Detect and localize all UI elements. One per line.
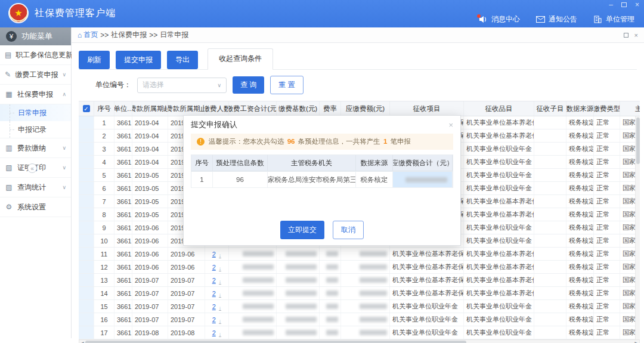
submit-now-button[interactable]: 立即提交 — [280, 221, 324, 239]
sidebar-subitem-日常申报[interactable]: 日常申报 — [0, 104, 71, 121]
breadcrumb-item[interactable]: 社保费申报 — [111, 30, 147, 40]
row-checkbox-cell[interactable] — [79, 169, 94, 181]
row-checkbox-cell[interactable] — [79, 261, 94, 273]
download-icon[interactable]: ↓ — [219, 332, 222, 337]
redacted-value — [326, 317, 338, 322]
unit-number-label: 单位编号： — [95, 80, 131, 90]
people-count-link[interactable]: 2 — [212, 251, 216, 258]
breadcrumb-home-link[interactable]: ⌂ 首页 — [78, 30, 98, 40]
select-all-checkbox[interactable]: ✓ — [83, 105, 90, 112]
refresh-button[interactable]: 刷新 — [79, 51, 110, 69]
submit-confirm-dialog: 提交申报确认 × ! 温馨提示：您本次共勾选 96 条预处理信息，一共将产生 1… — [183, 115, 461, 246]
redacted-value — [286, 277, 317, 283]
scroll-left-icon[interactable]: ◄ — [80, 340, 85, 343]
row-checkbox-cell[interactable] — [79, 208, 94, 221]
people-count-link[interactable]: 2 — [212, 303, 216, 310]
app-titlebar: – × ★ 社保费管理客户端 消息中心通知公告单位管理 — [0, 0, 644, 27]
cancel-button[interactable]: 取消 — [333, 221, 364, 239]
selected-count: 96 — [287, 138, 295, 145]
panel-maximize-icon[interactable] — [624, 32, 628, 39]
redacted-value — [360, 251, 387, 257]
sidebar-item-职工参保信息更新[interactable]: ▤职工参保信息更新 — [0, 45, 71, 65]
unit-number-select[interactable]: 请选择 ∨ — [137, 78, 227, 93]
row-checkbox-cell[interactable] — [79, 195, 94, 208]
warning-icon: ! — [197, 138, 205, 146]
row-checkbox-cell[interactable] — [79, 116, 94, 129]
table-row: 123661...2019-062019-062↓机关事业单位基本养老保险费机关… — [79, 261, 640, 274]
row-checkbox-cell[interactable] — [79, 300, 94, 313]
column-header-单位...: 单位... — [114, 101, 132, 116]
download-icon[interactable]: ↓ — [219, 319, 222, 324]
search-button[interactable]: 查 询 — [233, 76, 264, 94]
download-icon[interactable]: ↓ — [219, 279, 222, 285]
form-icon: ▦ — [5, 90, 13, 98]
sidebar-item-系统设置[interactable]: ⚙系统设置 — [0, 197, 71, 217]
sidebar-subitem-申报记录[interactable]: 申报记录 — [0, 121, 71, 138]
row-checkbox-cell[interactable] — [79, 248, 94, 260]
select-all-checkbox-cell[interactable]: ✓ — [79, 101, 94, 116]
export-button[interactable]: 导出 — [167, 51, 198, 69]
sidebar-item-查询统计[interactable]: ▨查询统计∨ — [0, 178, 71, 197]
download-icon[interactable]: ↓ — [219, 292, 222, 298]
row-checkbox-cell[interactable] — [79, 156, 94, 168]
people-count-link[interactable]: 2 — [212, 264, 216, 271]
row-checkbox-cell[interactable] — [79, 129, 94, 142]
people-count-link[interactable]: 2 — [212, 290, 216, 297]
topmenu-通知公告[interactable]: 通知公告 — [535, 14, 577, 24]
table-row: 163661...2019-072019-072↓机关事业单位职业年金机关事业单… — [79, 313, 640, 326]
redacted-value — [243, 251, 274, 257]
column-header-征收子目: 征收子目 — [534, 101, 566, 116]
gear-icon: ⚙ — [5, 203, 13, 211]
people-count-link[interactable]: 2 — [212, 329, 216, 336]
horizontal-scrollbar[interactable]: ◄ ► — [79, 339, 640, 343]
sidebar-collapse-button[interactable]: « — [27, 163, 37, 173]
download-icon[interactable]: ↓ — [219, 266, 222, 271]
row-checkbox-cell[interactable] — [79, 182, 94, 194]
menu-icon: ¥ — [6, 31, 17, 42]
row-checkbox-cell[interactable] — [79, 326, 94, 339]
dialog-column-预处理信息条数: 预处理信息条数 — [213, 155, 268, 171]
scrollbar-thumb[interactable] — [85, 341, 466, 343]
row-checkbox-cell[interactable] — [79, 313, 94, 326]
download-icon[interactable]: ↓ — [219, 253, 222, 258]
sidebar-item-缴费工资申报[interactable]: ✎缴费工资申报∨ — [0, 65, 71, 85]
row-checkbox-cell[interactable] — [79, 274, 94, 286]
column-header-缴费类型: 缴费类型 — [594, 101, 620, 116]
chevron-down-icon: ∨ — [217, 82, 221, 88]
sidebar-header-label: 功能菜单 — [21, 31, 52, 42]
stats-icon: ▨ — [5, 183, 13, 191]
row-checkbox-cell[interactable] — [79, 234, 94, 247]
reset-button[interactable]: 重 置 — [270, 76, 303, 94]
chevron-down-icon: ∨ — [62, 165, 66, 171]
redacted-value — [286, 317, 317, 322]
row-checkbox-cell[interactable] — [79, 287, 94, 299]
close-button[interactable]: × — [635, 1, 639, 8]
redacted-value — [326, 304, 338, 309]
restore-button[interactable] — [621, 1, 627, 8]
topmenu-单位管理[interactable]: 单位管理 — [593, 14, 634, 24]
people-count-link[interactable]: 2 — [212, 277, 216, 284]
row-checkbox-cell[interactable] — [79, 143, 94, 155]
edit-icon: ✎ — [5, 70, 11, 79]
vertical-scrollbar[interactable] — [635, 116, 640, 339]
redacted-value — [243, 330, 274, 335]
submit-declare-button[interactable]: 提交申报 — [116, 51, 161, 69]
app-title: 社保费管理客户端 — [35, 7, 116, 20]
sidebar-item-社保费申报[interactable]: ▦社保费申报∧ — [0, 85, 71, 104]
row-checkbox-cell[interactable] — [79, 221, 94, 234]
column-header-主管税务机关: 主管税务机关 — [620, 101, 640, 116]
column-header-缴费基数(元): 缴费基数(元) — [277, 101, 320, 116]
scroll-right-icon[interactable]: ► — [634, 340, 638, 343]
sidebar-item-费款缴纳[interactable]: ▥费款缴纳∨ — [0, 138, 71, 158]
panel-close-icon[interactable]: × — [634, 32, 638, 39]
column-header-征收项目: 征收项目 — [390, 101, 464, 116]
collapse-query-tab[interactable]: 收起查询条件 — [208, 48, 273, 70]
topmenu-消息中心[interactable]: 消息中心 — [478, 14, 520, 24]
dialog-close-icon[interactable]: × — [448, 120, 453, 129]
people-count-link[interactable]: 2 — [212, 316, 216, 323]
table-row: 133661...2019-072019-072↓机关事业单位基本养老保险费机关… — [79, 274, 640, 287]
download-icon[interactable]: ↓ — [219, 305, 222, 311]
minimize-button[interactable]: – — [609, 1, 613, 8]
table-row: 153661...2019-072019-072↓机关事业单位职业年金机关事业单… — [79, 300, 640, 313]
redacted-value — [243, 277, 274, 283]
